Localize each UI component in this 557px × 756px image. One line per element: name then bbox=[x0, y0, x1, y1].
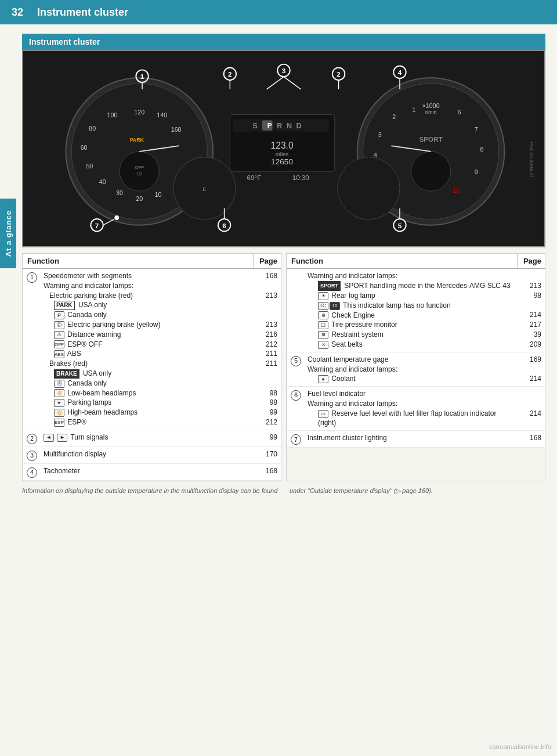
section-heading: Instrument cluster bbox=[22, 34, 545, 50]
row-blank-content: Warning and indicator lamps: SPORT SPORT… bbox=[304, 269, 518, 352]
row-num-7: 7 bbox=[287, 431, 304, 447]
warning-indicator-label: Warning and indicator lamps: bbox=[44, 281, 251, 291]
svg-text:80: 80 bbox=[89, 125, 96, 132]
svg-text:10: 10 bbox=[453, 187, 460, 194]
row-num-2: 2 bbox=[23, 430, 40, 447]
svg-text:10:30: 10:30 bbox=[292, 174, 310, 181]
low-beam-label: 🔅 Low-beam headlamps bbox=[44, 388, 251, 398]
svg-text:S: S bbox=[252, 122, 257, 130]
table-row: 7 Instrument cluster lighting 168 bbox=[287, 431, 545, 448]
svg-text:PARK: PARK bbox=[130, 137, 144, 143]
row-1-content: Speedometer with seg­ments Warning and i… bbox=[40, 269, 254, 430]
row-7-content: Instrument cluster lighting bbox=[304, 431, 518, 447]
svg-text:12650: 12650 bbox=[271, 157, 293, 166]
svg-text:120: 120 bbox=[134, 109, 144, 116]
svg-text:123.0: 123.0 bbox=[271, 141, 294, 150]
svg-text:6: 6 bbox=[222, 222, 226, 229]
left-table-header: Function Page bbox=[23, 254, 281, 269]
row-4-page: 168 bbox=[254, 464, 281, 480]
table-row: 3 Multifunction display 170 bbox=[23, 447, 281, 464]
svg-text:2: 2 bbox=[228, 70, 232, 78]
footer-left-text: Information on displaying the outside te… bbox=[22, 487, 278, 495]
sidebar-label-block: At a glance bbox=[0, 199, 16, 268]
coolant-warning-label: Warning and indicator lamps: bbox=[308, 365, 515, 375]
distance-warning-label: ⚠ Distance warning bbox=[44, 330, 251, 340]
right-header-page: Page bbox=[518, 254, 545, 268]
check-engine-label: ⚙ Check Engine bbox=[308, 311, 515, 321]
esp-off-label: OFF ESP® OFF bbox=[44, 340, 251, 350]
row-num-3: 3 bbox=[23, 447, 40, 463]
row-6-content: Fuel level indicator Warning and indicat… bbox=[304, 387, 518, 430]
left-sidebar: At a glance bbox=[0, 24, 16, 756]
svg-text:miles: miles bbox=[276, 151, 289, 157]
svg-text:r/min: r/min bbox=[425, 109, 437, 115]
svg-text:1: 1 bbox=[412, 106, 415, 113]
restraint-label: ☸ Restraint system bbox=[308, 330, 515, 340]
sport-mode-label: SPORT SPORT handling mode in the Mercede… bbox=[308, 281, 515, 291]
svg-text:4: 4 bbox=[398, 69, 402, 76]
svg-text:2: 2 bbox=[392, 113, 396, 120]
svg-point-52 bbox=[338, 157, 400, 219]
high-beam-label: 🔆 High-beam headlamps bbox=[44, 408, 251, 417]
header-bar: 32 Instrument cluster bbox=[0, 0, 557, 24]
svg-text:1/2: 1/2 bbox=[136, 172, 142, 176]
sidebar-label-text: At a glance bbox=[4, 210, 13, 257]
row-num-6: 6 bbox=[287, 387, 304, 430]
row-1-pages: 168 213 213 216 212 211 211 bbox=[254, 269, 281, 430]
row-5-content: Coolant temperature gage Warning and ind… bbox=[304, 352, 518, 386]
svg-text:3: 3 bbox=[378, 131, 382, 138]
svg-text:100: 100 bbox=[107, 111, 117, 118]
row-3-content: Multifunction display bbox=[40, 447, 254, 463]
fuel-level-label: Fuel level indicator bbox=[308, 389, 515, 399]
brake-usa-label: BRAKE USA only bbox=[44, 369, 251, 379]
park-usa-label: PARK USA only bbox=[44, 300, 251, 310]
svg-text:SPORT: SPORT bbox=[419, 135, 443, 143]
no-function-label: O;10 This indicator lamp has no function bbox=[308, 301, 515, 311]
coolant-lamp-label: ♥ Coolant bbox=[308, 374, 515, 384]
table-row: 4 Tachometer 168 bbox=[23, 464, 281, 481]
svg-text:1: 1 bbox=[140, 73, 144, 80]
row-blank-pages: 213 98 214 217 39 209 bbox=[518, 269, 545, 352]
rear-fog-label: ☀ Rear fog lamp bbox=[308, 291, 515, 301]
main-content: Instrument cluster 120 140 160 100 80 60… bbox=[16, 24, 557, 756]
svg-text:3: 3 bbox=[282, 67, 286, 74]
page-number: 32 bbox=[12, 6, 23, 19]
footer-notes: Information on displaying the outside te… bbox=[22, 487, 545, 495]
svg-point-72 bbox=[114, 215, 119, 220]
coolant-temp-label: Coolant temperature gage bbox=[308, 355, 515, 365]
table-row: 6 Fuel level indicator Warning and indic… bbox=[287, 387, 545, 431]
table-row: 1 Speedometer with seg­ments Warning and… bbox=[23, 269, 281, 430]
brake-canada-label: Ⓐ Canada only bbox=[44, 379, 251, 388]
watermark: carmanualsonline.info bbox=[489, 743, 551, 750]
row-num-4: 4 bbox=[23, 464, 40, 480]
svg-text:6: 6 bbox=[457, 109, 461, 116]
svg-text:9: 9 bbox=[475, 168, 478, 175]
park-canada-label: P Canada only bbox=[44, 310, 251, 320]
row-num-blank bbox=[287, 269, 304, 352]
parking-lamps-label: ✦ Parking lamps bbox=[44, 398, 251, 408]
footer-right-text: under "Outside temperature display" (▷ p… bbox=[290, 487, 545, 495]
svg-text:4: 4 bbox=[374, 152, 377, 159]
table-row: 5 Coolant temperature gage Warning and i… bbox=[287, 352, 545, 387]
row-5-pages: 169 214 bbox=[518, 352, 545, 386]
warning-lamps-right: Warning and indicator lamps: bbox=[308, 271, 515, 281]
row-2-content: ◄ ► Turn signals bbox=[40, 430, 254, 447]
left-header-function: Function bbox=[23, 254, 254, 268]
table-row: 2 ◄ ► Turn signals 99 bbox=[23, 430, 281, 447]
epb-red-label: Electric parking brake (red) bbox=[44, 291, 251, 301]
svg-point-48 bbox=[411, 152, 451, 191]
fuel-warning-label: Warning and indicator lamps: bbox=[308, 399, 515, 409]
svg-text:OFF: OFF bbox=[135, 165, 144, 170]
row-6-pages: 214 bbox=[518, 387, 545, 430]
tables-container: Function Page 1 Speedometer with seg­men… bbox=[22, 253, 545, 481]
tire-pressure-label: ☐ Tire pressure monitor bbox=[308, 320, 515, 330]
row-num-1: 1 bbox=[23, 269, 40, 430]
right-table-header: Function Page bbox=[287, 254, 545, 269]
svg-text:P54.33-4694-31: P54.33-4694-31 bbox=[529, 142, 534, 178]
row-4-content: Tachometer bbox=[40, 464, 254, 480]
right-header-function: Function bbox=[287, 254, 518, 268]
abs-label: ABS ABS bbox=[44, 349, 251, 359]
right-table: Function Page Warning and indicator lamp… bbox=[286, 253, 545, 481]
instrument-cluster-image: 120 140 160 100 80 60 50 40 30 20 10 PAR… bbox=[22, 50, 545, 247]
svg-text:N: N bbox=[287, 122, 292, 130]
